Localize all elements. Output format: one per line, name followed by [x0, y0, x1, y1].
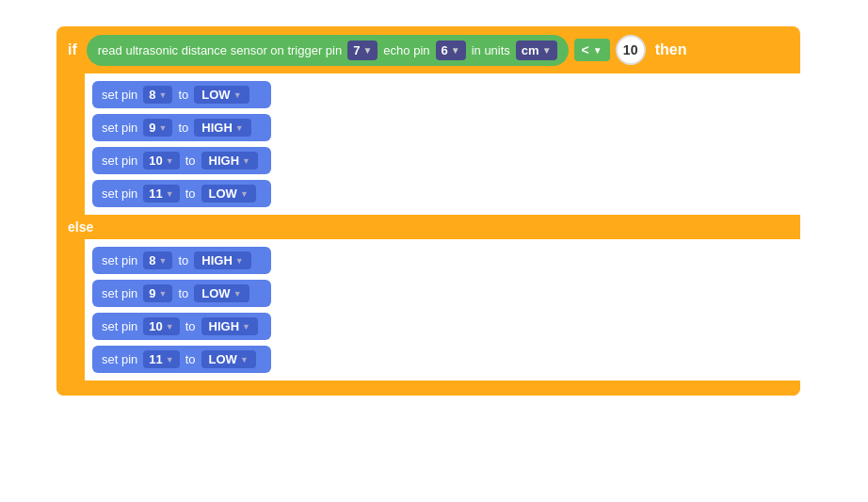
set-label-else-2: set pin — [102, 319, 137, 333]
value-dropdown-else-2[interactable]: HIGH ▼ — [201, 317, 258, 335]
pin-dropdown-else-2[interactable]: 10 ▼ — [143, 317, 179, 335]
set-pin-block-then-3: set pin 11 ▼ to LOW ▼ — [92, 180, 271, 207]
workspace: if read ultrasonic distance sensor on tr… — [0, 0, 868, 502]
value-dropdown-else-3[interactable]: LOW ▼ — [201, 350, 256, 368]
units-arrow: ▼ — [542, 45, 552, 56]
echo-pin-value: 6 — [442, 43, 448, 57]
else-spacer — [101, 222, 789, 232]
echo-pin-arrow: ▼ — [451, 45, 460, 56]
operator-arrow: ▼ — [593, 45, 603, 56]
sensor-text-2: echo pin — [383, 43, 429, 57]
echo-pin-dropdown[interactable]: 6 ▼ — [436, 40, 466, 60]
val-arrow-then-2: ▼ — [242, 156, 250, 166]
val-arrow-then-0: ▼ — [233, 90, 242, 100]
if-header: if read ultrasonic distance sensor on tr… — [56, 26, 800, 73]
to-label-then-1: to — [178, 121, 188, 135]
pin-value-then-0: 8 — [149, 88, 155, 102]
if-block: if read ultrasonic distance sensor on tr… — [56, 26, 800, 396]
to-label-then-2: to — [185, 154, 196, 168]
sensor-text-1: read ultrasonic distance sensor on trigg… — [98, 43, 342, 57]
bottom-bar — [56, 381, 800, 396]
to-label-else-2: to — [185, 319, 196, 333]
sensor-block: read ultrasonic distance sensor on trigg… — [87, 35, 569, 66]
pin-arrow-else-3: ▼ — [166, 355, 174, 364]
pin-arrow-then-3: ▼ — [166, 189, 174, 199]
operator-dropdown[interactable]: < ▼ — [574, 39, 610, 61]
pin-arrow-else-1: ▼ — [159, 289, 168, 299]
value-val-then-1: HIGH — [201, 121, 233, 135]
operator-value: < — [582, 42, 589, 57]
units-value: cm — [522, 43, 539, 57]
pin-value-else-2: 10 — [149, 319, 162, 333]
set-label-then-2: set pin — [102, 154, 137, 168]
to-label-then-0: to — [178, 88, 188, 102]
value-val-then-0: LOW — [201, 88, 230, 102]
comparison-value[interactable]: 10 — [616, 35, 646, 65]
value-dropdown-then-0[interactable]: LOW ▼ — [194, 86, 249, 104]
val-arrow-else-3: ▼ — [240, 355, 249, 364]
pin-dropdown-else-1[interactable]: 9 ▼ — [143, 284, 172, 302]
value-val-then-3: LOW — [209, 186, 237, 201]
pin-dropdown-then-1[interactable]: 9 ▼ — [143, 119, 172, 137]
val-arrow-else-1: ▼ — [233, 289, 242, 299]
value-val-else-1: LOW — [201, 286, 230, 300]
else-body: set pin 8 ▼ to HIGH ▼ set pin — [85, 239, 800, 381]
value-val-else-3: LOW — [209, 352, 237, 366]
value-dropdown-then-2[interactable]: HIGH ▼ — [201, 152, 258, 170]
value-dropdown-else-1[interactable]: LOW ▼ — [194, 284, 249, 302]
set-pin-block-else-1: set pin 9 ▼ to LOW ▼ — [92, 280, 271, 307]
pin-value-then-3: 11 — [149, 186, 162, 201]
trigger-pin-arrow: ▼ — [362, 45, 372, 56]
else-row: else — [56, 215, 800, 239]
to-label-else-0: to — [178, 253, 188, 267]
units-dropdown[interactable]: cm ▼ — [516, 40, 557, 60]
pin-arrow-then-1: ▼ — [159, 123, 168, 133]
val-arrow-else-0: ▼ — [235, 256, 244, 266]
value-dropdown-then-1[interactable]: HIGH ▼ — [194, 119, 250, 137]
then-label: then — [655, 41, 687, 58]
if-label: if — [68, 41, 77, 58]
set-pin-block-then-1: set pin 9 ▼ to HIGH ▼ — [92, 114, 271, 141]
else-label: else — [68, 219, 93, 235]
pin-dropdown-then-3[interactable]: 11 ▼ — [143, 185, 179, 202]
pin-value-else-1: 9 — [149, 286, 155, 300]
set-label-else-1: set pin — [102, 286, 137, 300]
then-body: set pin 8 ▼ to LOW ▼ set pin — [85, 73, 800, 215]
value-val-else-2: HIGH — [209, 319, 240, 333]
set-label-else-3: set pin — [102, 352, 137, 366]
pin-value-else-0: 8 — [149, 253, 155, 267]
pin-dropdown-else-0[interactable]: 8 ▼ — [143, 251, 172, 269]
set-pin-block-else-3: set pin 11 ▼ to LOW ▼ — [92, 346, 271, 373]
trigger-pin-value: 7 — [353, 43, 360, 57]
value-dropdown-else-0[interactable]: HIGH ▼ — [194, 251, 250, 269]
trigger-pin-dropdown[interactable]: 7 ▼ — [347, 40, 378, 60]
pin-value-then-1: 9 — [149, 121, 155, 135]
val-arrow-else-2: ▼ — [242, 322, 250, 332]
set-pin-block-then-2: set pin 10 ▼ to HIGH ▼ — [92, 147, 271, 174]
set-label-then-0: set pin — [102, 88, 137, 102]
set-label-then-1: set pin — [102, 121, 137, 135]
sensor-text-3: in units — [472, 43, 510, 57]
pin-arrow-then-0: ▼ — [159, 90, 168, 100]
set-pin-block-then-0: set pin 8 ▼ to LOW ▼ — [92, 81, 271, 108]
pin-arrow-then-2: ▼ — [166, 156, 174, 166]
to-label-else-1: to — [178, 286, 188, 300]
pin-dropdown-then-0[interactable]: 8 ▼ — [143, 86, 172, 104]
val-arrow-then-3: ▼ — [240, 189, 249, 199]
pin-arrow-else-0: ▼ — [159, 256, 168, 266]
set-pin-block-else-0: set pin 8 ▼ to HIGH ▼ — [92, 247, 271, 274]
val-arrow-then-1: ▼ — [235, 123, 244, 133]
value-val-then-2: HIGH — [209, 154, 240, 168]
value-val-else-0: HIGH — [201, 253, 233, 267]
pin-value-then-2: 10 — [149, 154, 162, 168]
to-label-then-3: to — [185, 186, 196, 201]
set-pin-block-else-2: set pin 10 ▼ to HIGH ▼ — [92, 313, 271, 340]
set-label-then-3: set pin — [102, 186, 137, 201]
pin-dropdown-else-3[interactable]: 11 ▼ — [143, 350, 179, 368]
set-label-else-0: set pin — [102, 253, 137, 267]
pin-arrow-else-2: ▼ — [166, 322, 174, 332]
to-label-else-3: to — [185, 352, 196, 366]
pin-value-else-3: 11 — [149, 352, 162, 366]
pin-dropdown-then-2[interactable]: 10 ▼ — [143, 152, 179, 170]
value-dropdown-then-3[interactable]: LOW ▼ — [201, 185, 256, 202]
